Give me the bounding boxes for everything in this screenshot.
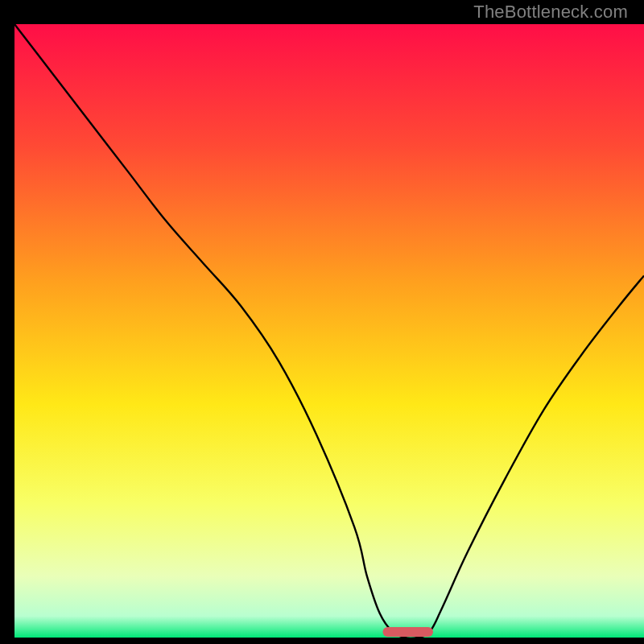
attribution-label: TheBottleneck.com (473, 2, 628, 23)
chart-container: TheBottleneck.com (0, 0, 644, 644)
plot-background (14, 24, 644, 638)
bottleneck-chart (0, 0, 644, 644)
optimal-marker (382, 627, 433, 637)
